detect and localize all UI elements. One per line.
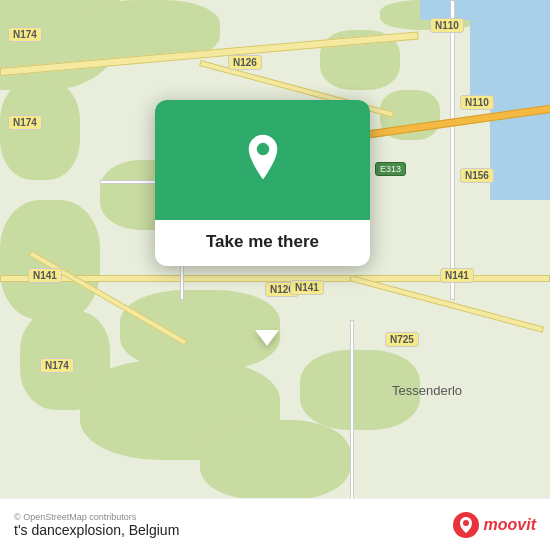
popup-card: Take me there — [155, 100, 370, 266]
road-label-n141-right: N141 — [440, 268, 474, 283]
popup-button-section[interactable]: Take me there — [155, 220, 370, 266]
green-area — [0, 200, 100, 320]
road-label-n141-bot: N141 — [290, 280, 324, 295]
road-label-n174-mid: N174 — [8, 115, 42, 130]
city-label-tessenderlo: Tessenderlo — [392, 383, 462, 398]
popup-pointer — [255, 330, 279, 346]
road-label-n174-bot: N174 — [40, 358, 74, 373]
green-area — [0, 80, 80, 180]
map-container: N110 N110 N126 N174 N174 N141 N141 N126 … — [0, 0, 550, 550]
road-label-n126-top: N126 — [228, 55, 262, 70]
take-me-there-button[interactable]: Take me there — [206, 232, 319, 251]
location-pin-icon — [238, 133, 288, 183]
moovit-brand-icon — [452, 511, 480, 539]
road-label-n174-top: N174 — [8, 27, 42, 42]
road-label-e313: E313 — [375, 162, 406, 176]
road-label-n141-left: N141 — [28, 268, 62, 283]
map-attribution: © OpenStreetMap contributors — [14, 512, 179, 522]
road-label-n110-2: N110 — [460, 95, 494, 110]
road-label-n156: N156 — [460, 168, 494, 183]
popup-green-header — [155, 100, 370, 220]
svg-point-2 — [463, 520, 469, 526]
green-area — [200, 420, 350, 500]
moovit-logo[interactable]: moovit — [452, 511, 536, 539]
road-label-n110: N110 — [430, 18, 464, 33]
svg-point-0 — [256, 143, 269, 156]
place-name: t's dancexplosion, Belgium — [14, 522, 179, 538]
road — [450, 0, 455, 300]
moovit-text: moovit — [484, 516, 536, 534]
water-area — [420, 0, 490, 20]
road-label-n725: N725 — [385, 332, 419, 347]
bottom-left-info: © OpenStreetMap contributors t's dancexp… — [14, 512, 179, 538]
bottom-bar: © OpenStreetMap contributors t's dancexp… — [0, 498, 550, 550]
